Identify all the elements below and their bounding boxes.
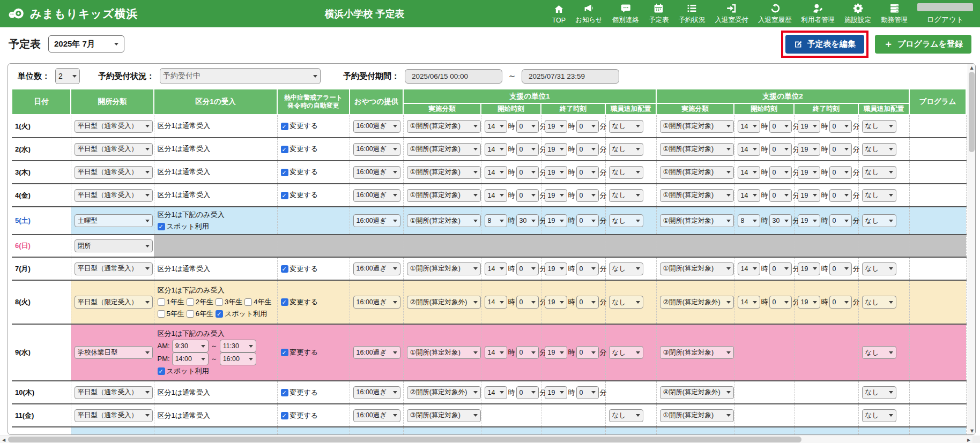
horizontal-scrollbar[interactable]: ◀ ▶ (0, 436, 972, 443)
unit2-end-hour-select[interactable]: 19 (798, 296, 820, 309)
snack-select[interactable]: 16:00過ぎ (353, 166, 400, 179)
unit1-end-hour-select[interactable]: 19 (545, 214, 567, 227)
unit1-staff-select[interactable]: なし (609, 214, 643, 227)
unit2-staff-select[interactable]: なし (862, 166, 896, 179)
unit2-end-minute-select[interactable]: 0 (829, 120, 852, 133)
unit1-type-select[interactable]: ③閉所(算定対象) (407, 409, 481, 422)
unit1-staff-select[interactable]: なし (609, 143, 643, 156)
unit2-type-select[interactable]: ①開所(算定対象) (660, 189, 734, 202)
grade-2-checkbox[interactable] (187, 298, 194, 306)
unit2-type-select[interactable]: ④閉所(算定対象外) (660, 386, 734, 399)
unit1-start-hour-select[interactable]: 14 (485, 296, 507, 309)
unit1-start-hour-select[interactable]: 14 (485, 120, 507, 133)
unit1-type-select[interactable]: ①開所(算定対象) (407, 346, 481, 359)
snack-select[interactable]: 16:00過ぎ (353, 386, 400, 399)
unit2-staff-select[interactable]: なし (862, 120, 896, 133)
snack-select[interactable]: 16:00過ぎ (353, 143, 400, 156)
unit1-type-select[interactable]: ①開所(算定対象) (407, 262, 481, 275)
open-type-select[interactable]: 平日型（限定受入） (75, 296, 153, 309)
unit1-end-minute-select[interactable]: 0 (576, 346, 599, 359)
nav-item-reservation-status[interactable]: 予約状況 (674, 3, 710, 25)
unit1-end-minute-select[interactable]: 0 (576, 214, 599, 227)
reservation-status-select[interactable]: 予約受付中 (160, 68, 321, 84)
snack-select[interactable]: 16:00過ぎ (353, 409, 400, 422)
unit2-staff-select[interactable]: なし (862, 143, 896, 156)
scroll-up-arrow[interactable]: ▲ (968, 64, 975, 71)
unit1-type-select[interactable]: ①開所(算定対象) (407, 143, 481, 156)
unit1-end-minute-select[interactable]: 0 (576, 386, 599, 399)
open-type-select[interactable]: 平日型（通常受入） (75, 120, 153, 133)
unit1-type-select[interactable]: ①開所(算定対象) (407, 214, 481, 227)
unit2-end-hour-select[interactable]: 19 (798, 214, 820, 227)
nav-item-schedule[interactable]: 予定表 (644, 3, 674, 25)
unit1-start-hour-select[interactable]: 14 (485, 386, 507, 399)
grade-5-checkbox[interactable] (158, 310, 165, 318)
unit1-end-hour-select[interactable]: 19 (545, 346, 567, 359)
unit2-start-hour-select[interactable]: 14 (738, 120, 760, 133)
unit2-end-hour-select[interactable]: 19 (798, 120, 820, 133)
snack-select[interactable]: 16:00過ぎ (353, 262, 400, 275)
unit2-staff-select[interactable]: なし (862, 346, 896, 359)
unit2-end-minute-select[interactable]: 0 (829, 166, 852, 179)
open-type-select[interactable]: 閉所 (75, 239, 153, 252)
unit2-end-minute-select[interactable]: 0 (829, 189, 852, 202)
unit2-type-select[interactable]: ③閉所(算定対象) (660, 346, 734, 359)
unit2-start-minute-select[interactable]: 0 (769, 166, 792, 179)
open-type-select[interactable]: 平日型（通常受入） (75, 409, 153, 422)
unit2-type-select[interactable]: ②開所(算定対象外) (660, 296, 734, 309)
unit2-type-select[interactable]: ①開所(算定対象) (660, 143, 734, 156)
heat-change-checkbox[interactable] (281, 349, 288, 356)
unit1-start-minute-select[interactable]: 30 (516, 214, 539, 227)
unit1-end-minute-select[interactable]: 0 (576, 189, 599, 202)
heat-change-checkbox[interactable] (281, 298, 288, 306)
unit1-staff-select[interactable]: なし (609, 296, 643, 309)
brand[interactable]: みまもりキッズ横浜 (8, 0, 138, 27)
unit1-end-hour-select[interactable]: 19 (545, 262, 567, 275)
unit1-type-select[interactable]: ②開所(算定対象外) (407, 296, 481, 309)
unit2-end-minute-select[interactable]: 0 (829, 143, 852, 156)
unit1-type-select[interactable]: ①開所(算定対象) (407, 120, 481, 133)
spot-use-checkbox[interactable] (158, 223, 165, 230)
unit2-type-select[interactable]: ①開所(算定対象) (660, 120, 734, 133)
edit-schedule-button[interactable]: 予定表を編集 (785, 35, 864, 54)
unit2-type-select[interactable]: ①開所(算定対象) (660, 409, 734, 422)
open-type-select[interactable]: 平日型（通常受入） (75, 166, 153, 179)
unit-count-select[interactable]: 2 (55, 68, 80, 84)
unit1-staff-select[interactable]: なし (609, 262, 643, 275)
unit2-start-minute-select[interactable]: 0 (769, 296, 792, 309)
nav-item-user-management[interactable]: 利用者管理 (797, 3, 840, 25)
unit2-start-minute-select[interactable]: 0 (769, 120, 792, 133)
unit1-start-minute-select[interactable]: 0 (516, 166, 539, 179)
grade-4-checkbox[interactable] (244, 298, 252, 306)
heat-change-checkbox[interactable] (281, 265, 288, 273)
nav-item-individual-contact[interactable]: 個別連絡 (607, 3, 644, 25)
register-program-button[interactable]: ＋ プログラムを登録 (875, 35, 971, 54)
unit1-end-hour-select[interactable]: 19 (545, 143, 567, 156)
unit2-end-minute-select[interactable]: 0 (829, 214, 852, 227)
unit1-staff-select[interactable]: なし (609, 409, 643, 422)
grade-1-checkbox[interactable] (158, 298, 165, 306)
nav-item-facility-settings[interactable]: 施設設定 (840, 3, 876, 25)
unit2-start-minute-select[interactable]: 30 (769, 214, 792, 227)
unit2-start-minute-select[interactable]: 0 (769, 262, 792, 275)
unit1-type-select[interactable]: ①開所(算定対象) (407, 189, 481, 202)
nav-item-news[interactable]: お知らせ (570, 3, 607, 25)
open-type-select[interactable]: 平日型（通常受入） (75, 189, 153, 202)
scroll-left-arrow[interactable]: ◀ (0, 436, 8, 443)
unit2-start-hour-select[interactable]: 14 (738, 262, 760, 275)
open-type-select[interactable]: 平日型（通常受入） (75, 143, 153, 156)
nav-item-logout[interactable]: ログアウト (912, 3, 978, 25)
unit2-staff-select[interactable]: なし (862, 296, 896, 309)
snack-select[interactable]: 16:00過ぎ (353, 346, 400, 359)
month-select[interactable]: 2025年 7月 (48, 35, 124, 52)
scroll-down-arrow[interactable]: ▼ (968, 427, 976, 434)
unit2-staff-select[interactable]: なし (862, 409, 896, 422)
unit1-end-hour-select[interactable]: 19 (545, 166, 567, 179)
heat-change-checkbox[interactable] (281, 146, 288, 153)
unit1-start-hour-select[interactable]: 14 (485, 189, 507, 202)
unit2-end-hour-select[interactable]: 19 (798, 189, 820, 202)
unit1-start-minute-select[interactable]: 0 (516, 120, 539, 133)
nav-item-top[interactable]: TOP (547, 4, 570, 24)
unit2-start-hour-select[interactable]: 8 (738, 214, 760, 227)
unit2-type-select[interactable]: ①開所(算定対象) (660, 166, 734, 179)
